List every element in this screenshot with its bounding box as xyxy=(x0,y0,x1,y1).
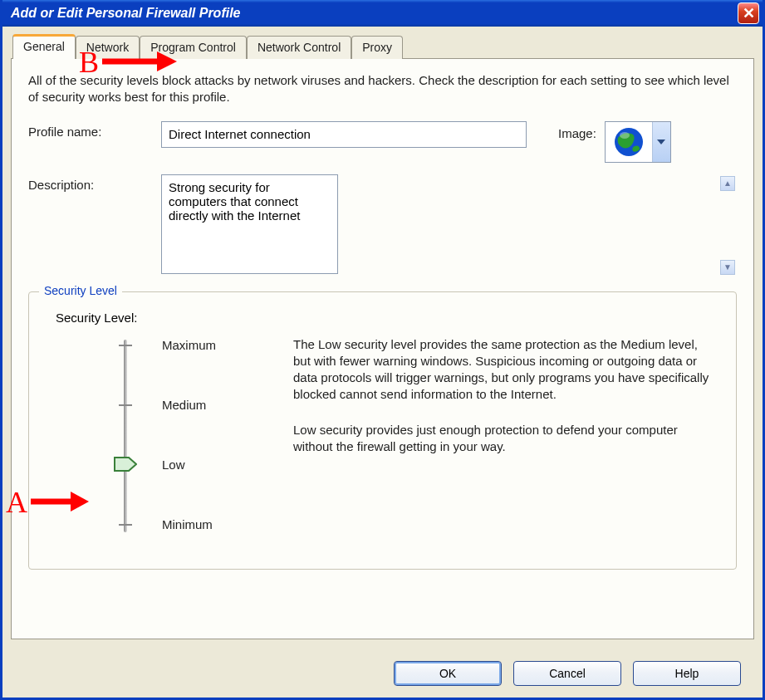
security-level-group: Security Level Security Level: xyxy=(28,291,737,570)
client-area: General Network Program Control Network … xyxy=(2,27,763,698)
level-low: Low xyxy=(162,458,185,472)
security-level-slider[interactable]: Maximum Medium Low Minimum xyxy=(44,336,293,544)
security-desc-p2: Low security provides just enough protec… xyxy=(293,422,713,456)
slider-tick xyxy=(119,524,132,526)
slider-tick xyxy=(119,404,132,406)
dialog-window: Add or Edit Personal Firewall Profile ✕ … xyxy=(0,0,765,700)
scroll-up-icon[interactable]: ▲ xyxy=(720,176,735,191)
security-level-label: Security Level: xyxy=(56,311,721,325)
slider-track xyxy=(124,340,127,532)
window-title: Add or Edit Personal Firewall Profile xyxy=(11,6,738,21)
image-label: Image: xyxy=(558,121,596,140)
titlebar: Add or Edit Personal Firewall Profile ✕ xyxy=(2,0,763,27)
tab-proxy[interactable]: Proxy xyxy=(351,36,403,59)
intro-text: All of the security levels block attacks… xyxy=(28,72,737,106)
profile-name-input[interactable] xyxy=(161,121,527,148)
scroll-down-icon[interactable]: ▼ xyxy=(720,260,735,275)
help-button[interactable]: Help xyxy=(633,661,741,686)
description-label: Description: xyxy=(28,174,161,192)
slider-tick xyxy=(119,464,132,466)
description-textarea[interactable] xyxy=(161,174,338,274)
dialog-button-row: OK Cancel Help xyxy=(394,661,741,686)
tab-strip: General Network Program Control Network … xyxy=(12,33,754,58)
image-combo[interactable] xyxy=(605,121,671,163)
image-combo-drop-icon[interactable] xyxy=(652,122,670,162)
svg-point-1 xyxy=(620,132,630,139)
ok-button[interactable]: OK xyxy=(394,661,502,686)
level-maximum: Maximum xyxy=(162,338,216,352)
tab-network-control[interactable]: Network Control xyxy=(247,36,351,59)
globe-icon xyxy=(606,122,652,162)
tab-network[interactable]: Network xyxy=(76,36,140,59)
close-button[interactable]: ✕ xyxy=(738,2,759,24)
profile-name-label: Profile name: xyxy=(28,121,161,139)
level-minimum: Minimum xyxy=(162,517,213,531)
level-medium: Medium xyxy=(162,398,206,412)
security-level-legend: Security Level xyxy=(39,284,122,297)
cancel-button[interactable]: Cancel xyxy=(513,661,621,686)
security-desc-p1: The Low security level provides the same… xyxy=(293,336,713,404)
slider-tick xyxy=(119,345,132,346)
tab-panel-general: All of the security levels block attacks… xyxy=(11,58,754,639)
tab-program-control[interactable]: Program Control xyxy=(140,36,247,59)
security-level-description: The Low security level provides the same… xyxy=(293,336,721,544)
tab-general[interactable]: General xyxy=(12,34,76,59)
